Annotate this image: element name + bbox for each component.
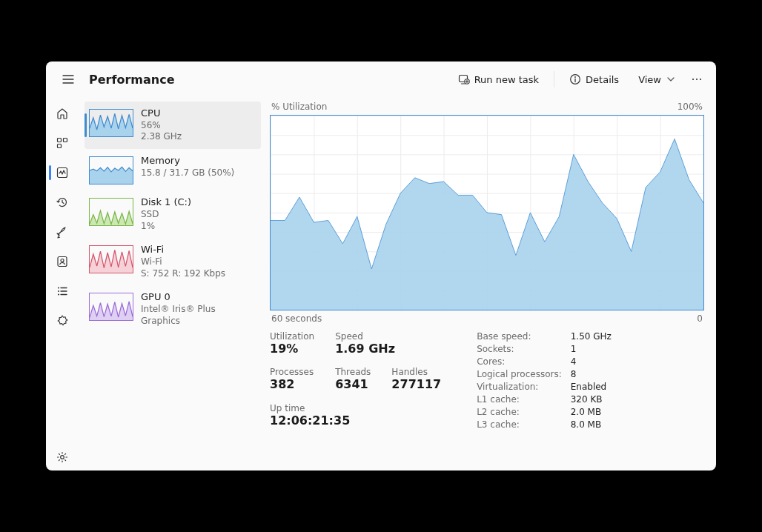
sidebar-item-title: GPU 0	[141, 291, 216, 304]
history-icon	[56, 196, 69, 209]
stats-primary: Utilization 19% Speed 1.69 GHz Processes…	[270, 331, 441, 430]
hamburger-button[interactable]	[55, 66, 82, 93]
chart-header: % Utilization 100%	[270, 102, 704, 115]
chevron-down-icon	[667, 76, 675, 83]
chart-xmin: 60 seconds	[271, 313, 322, 324]
info-icon	[569, 73, 581, 85]
chart-xmax: 0	[697, 313, 703, 324]
spec-label: Cores:	[477, 356, 562, 367]
mini-chart-memory	[89, 156, 133, 184]
sidebar-item-sub: 15.8 / 31.7 GB (50%)	[141, 167, 234, 179]
grid-icon	[56, 136, 69, 150]
sidebar-item-sub: SSD	[141, 209, 191, 221]
run-new-task-button[interactable]: Run new task	[451, 67, 546, 91]
svg-point-13	[58, 287, 59, 289]
sidebar-item-sub: Graphics	[141, 316, 216, 327]
spec-label: L3 cache:	[477, 419, 562, 430]
spec-label: Sockets:	[477, 344, 562, 354]
chart-ymax: 100%	[677, 102, 703, 112]
sidebar-item-wifi[interactable]: Wi-FiWi-FiS: 752 R: 192 Kbps	[85, 238, 261, 285]
stat-threads: Threads 6341	[335, 367, 371, 393]
sidebar-item-sub: S: 752 R: 192 Kbps	[141, 268, 225, 280]
nav-startup[interactable]	[49, 219, 76, 245]
sidebar-item-title: Wi-Fi	[141, 244, 225, 256]
run-task-icon	[458, 73, 470, 85]
run-new-task-label: Run new task	[474, 74, 539, 85]
spec-value: 8	[571, 369, 612, 379]
spec-label: Logical processors:	[477, 369, 562, 379]
task-manager-window: Performance Run new task Details View	[46, 61, 716, 471]
spec-label: Virtualization:	[477, 382, 562, 392]
spec-value: 8.0 MB	[571, 419, 612, 430]
details-button[interactable]: Details	[562, 67, 626, 91]
svg-point-6	[700, 79, 701, 80]
sidebar-item-title: CPU	[141, 107, 182, 120]
separator	[554, 71, 554, 87]
spec-value: 1	[571, 344, 612, 354]
view-menu-button[interactable]: View	[631, 67, 682, 91]
svg-point-5	[696, 79, 698, 80]
nav-users[interactable]	[49, 248, 76, 275]
stat-processes: Processes 382	[270, 367, 314, 393]
mini-chart-wifi	[89, 245, 133, 273]
stats-section: Utilization 19% Speed 1.69 GHz Processes…	[270, 331, 704, 430]
sidebar-item-title: Disk 1 (C:)	[141, 196, 191, 209]
sidebar-item-cpu[interactable]: CPU56%2.38 GHz	[85, 102, 261, 149]
sidebar-item-sub: Wi-Fi	[141, 256, 225, 268]
svg-rect-7	[58, 139, 62, 142]
nav-rail	[46, 97, 79, 471]
svg-point-4	[692, 79, 694, 80]
services-icon	[56, 314, 69, 327]
stats-secondary: Base speed:1.50 GHzSockets:1Cores:4Logic…	[477, 331, 612, 430]
stat-speed: Speed 1.69 GHz	[335, 331, 441, 358]
spec-value: Enabled	[571, 382, 612, 392]
spec-label: L1 cache:	[477, 394, 562, 405]
nav-settings[interactable]	[49, 444, 76, 471]
svg-marker-18	[90, 167, 133, 184]
stat-handles: Handles 277117	[391, 367, 441, 393]
view-label: View	[638, 74, 661, 85]
resource-list: CPU56%2.38 GHzMemory15.8 / 31.7 GB (50%)…	[79, 97, 267, 471]
performance-icon	[56, 166, 69, 179]
svg-point-14	[58, 290, 59, 292]
home-icon	[56, 107, 69, 120]
spec-value: 1.50 GHz	[571, 331, 612, 342]
svg-marker-21	[90, 302, 133, 320]
hamburger-icon	[62, 73, 74, 85]
svg-point-3	[574, 76, 576, 78]
sidebar-item-title: Memory	[141, 155, 234, 167]
spec-label: Base speed:	[477, 331, 562, 342]
nav-services[interactable]	[49, 307, 76, 334]
sidebar-item-sub: 1%	[141, 221, 191, 233]
page-title: Performance	[89, 73, 175, 87]
mini-chart-gpu	[89, 293, 133, 321]
spec-value: 320 KB	[571, 394, 612, 405]
nav-details[interactable]	[49, 278, 76, 305]
chart-footer: 60 seconds 0	[270, 310, 704, 331]
spec-label: L2 cache:	[477, 407, 562, 417]
sidebar-item-memory[interactable]: Memory15.8 / 31.7 GB (50%)	[85, 149, 261, 190]
gear-icon	[56, 450, 69, 464]
sidebar-item-disk[interactable]: Disk 1 (C:)SSD1%	[85, 190, 261, 238]
nav-processes[interactable]	[49, 100, 76, 127]
svg-point-12	[61, 259, 64, 262]
svg-rect-10	[58, 168, 67, 178]
svg-point-15	[58, 294, 59, 296]
cpu-utilization-chart	[270, 115, 704, 310]
chart-ylabel: % Utilization	[271, 102, 327, 112]
nav-performance[interactable]	[49, 159, 76, 186]
nav-app-history[interactable]	[49, 130, 76, 156]
nav-history[interactable]	[49, 189, 76, 216]
sidebar-item-sub: 56%	[141, 120, 182, 132]
users-icon	[56, 255, 69, 268]
list-icon	[56, 285, 69, 298]
sidebar-item-sub: Intel® Iris® Plus	[141, 304, 216, 316]
ellipsis-icon	[691, 73, 703, 85]
startup-icon	[56, 225, 69, 239]
more-button[interactable]	[686, 67, 707, 91]
svg-point-16	[61, 456, 64, 459]
sidebar-item-gpu[interactable]: GPU 0Intel® Iris® PlusGraphics	[85, 285, 261, 333]
svg-rect-8	[64, 139, 67, 142]
stat-utilization: Utilization 19%	[270, 331, 314, 358]
sidebar-item-sub: 2.38 GHz	[141, 131, 182, 143]
